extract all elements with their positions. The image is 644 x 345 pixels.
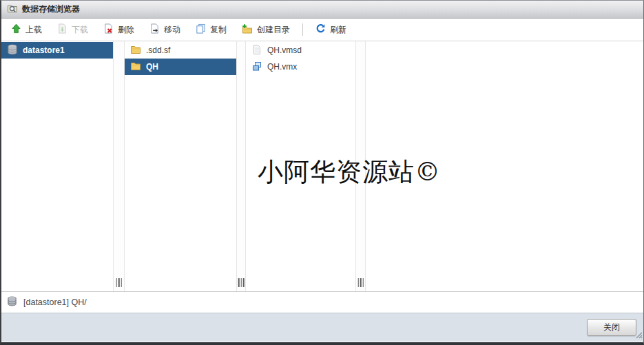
- move-icon: [149, 23, 160, 36]
- column-files: QH.vmsd QH.vmx: [246, 41, 355, 291]
- delete-icon: [103, 23, 114, 36]
- list-item-qh-vmsd[interactable]: QH.vmsd: [246, 42, 355, 59]
- list-item-sdd-sf[interactable]: .sdd.sf: [125, 42, 236, 59]
- list-item-qh-folder[interactable]: QH: [125, 59, 236, 75]
- move-button[interactable]: 移动: [149, 23, 180, 36]
- download-button[interactable]: 下载: [57, 23, 88, 36]
- create-directory-button[interactable]: 创建目录: [242, 23, 290, 36]
- create-directory-icon: [242, 23, 253, 36]
- file-browser: datastore1 .sdd.sf: [1, 41, 643, 292]
- datastore-browser-icon: [7, 3, 18, 17]
- upload-icon: [11, 23, 21, 36]
- copy-icon: [196, 23, 206, 36]
- close-button[interactable]: 关闭: [587, 319, 636, 336]
- window-resize-grip-icon[interactable]: [635, 329, 643, 342]
- status-bar: [datastore1] QH/: [1, 292, 643, 313]
- refresh-icon: [315, 23, 326, 36]
- folder-icon: [130, 44, 141, 57]
- column-resize-gutter-3[interactable]: [355, 41, 366, 291]
- upload-button[interactable]: 上载: [11, 23, 42, 36]
- refresh-button[interactable]: 刷新: [315, 23, 346, 36]
- window-title: 数据存储浏览器: [22, 3, 80, 15]
- toolbar-separator: [302, 23, 303, 36]
- toolbar: 上载 下载 删除: [1, 19, 643, 41]
- vm-file-icon: [251, 61, 262, 74]
- window-titlebar: 数据存储浏览器: [1, 1, 643, 19]
- column-resize-grip-2[interactable]: [238, 278, 245, 287]
- column-datastores: datastore1: [1, 41, 113, 291]
- list-item-qh-vmx[interactable]: QH.vmx: [246, 59, 355, 75]
- file-icon: [251, 44, 262, 57]
- column-resize-gutter-2[interactable]: [236, 41, 246, 291]
- datastore-icon: [7, 296, 17, 309]
- current-path: [datastore1] QH/: [23, 297, 87, 307]
- datastore-icon: [7, 44, 18, 57]
- column-resize-grip-3[interactable]: [357, 278, 364, 287]
- datastore-browser-window: 数据存储浏览器 上载 下载: [0, 0, 644, 345]
- list-item-datastore1[interactable]: datastore1: [1, 42, 113, 59]
- column-folders: .sdd.sf QH: [125, 41, 236, 291]
- column-resize-gutter-1[interactable]: [113, 41, 125, 291]
- delete-button[interactable]: 删除: [103, 23, 134, 36]
- dialog-footer: 关闭: [1, 313, 643, 342]
- folder-icon: [130, 61, 141, 74]
- copy-button[interactable]: 复制: [196, 23, 227, 36]
- column-resize-grip-1[interactable]: [116, 278, 122, 287]
- download-icon: [57, 23, 67, 36]
